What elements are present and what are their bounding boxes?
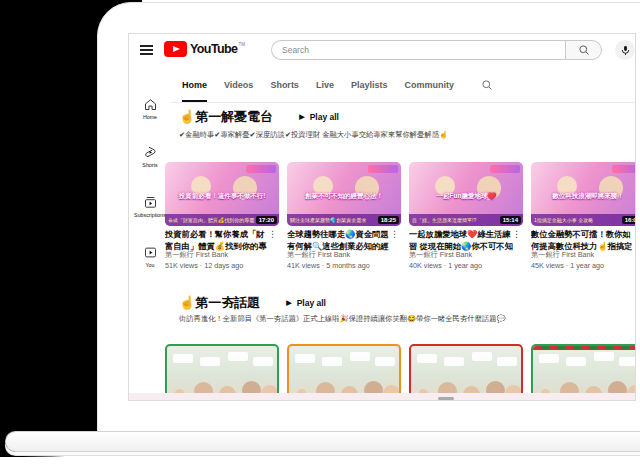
video-duration-badge: 17:20 [256,216,277,224]
scroll-handle[interactable] [438,397,454,400]
section-title[interactable]: ☝️第一解憂電台 [179,108,273,126]
video-thumbnail[interactable]: 投資前必看！這件事不做不行! 養成「財富自由」體質💰找到你的專屬 17:20 [165,162,279,226]
thumbnail-overlay-title: 創業不可不知的經營心法！ [289,192,399,201]
video-card[interactable]: 投資前必看！這件事不做不行! 養成「財富自由」體質💰找到你的專屬 17:20 投… [165,162,279,226]
speech-bubbles [173,354,193,363]
thumbnail-overlay-title: 一起Fun膽愛地球❤️ [411,192,521,201]
play-icon: ▶ [286,299,291,307]
channel-tabs: Home Videos Shorts Live Playlists Commun… [171,67,635,103]
search-button[interactable] [565,40,602,60]
tab-videos[interactable]: Videos [224,67,253,102]
video-card[interactable]: 數位科技浪潮即將來襲！ 1指搞定金融大小事 全攻略 16:01 數位金融勢不可擋… [531,162,636,226]
section-description: 街訪再進化！全新節目《第一夯話題》正式上線啦🎉保證持續讓你笑翻😂帶你一睹全民夯什… [179,313,591,325]
sidebar-item-home[interactable]: Home [129,97,171,120]
video-duration-badge: 15:14 [500,216,521,224]
tab-playlists[interactable]: Playlists [351,67,388,102]
browser-screen: YouTube TM Home [128,33,636,401]
video-title[interactable]: 投資前必看！幫你養成「財富自由」體質💰找到你的專屬... [165,229,269,252]
kebab-menu-icon[interactable]: ⋮ [512,229,521,239]
video-meta: 45K views · 1 year ago [531,261,604,270]
video-duration-badge: 16:01 [622,216,636,224]
video-channel[interactable]: 第一銀行 First Bank [409,250,472,260]
thumbnail-badge [612,165,636,173]
tab-live[interactable]: Live [316,67,334,102]
video-channel[interactable]: 第一銀行 First Bank [531,250,594,260]
video-duration-badge: 18:25 [378,216,399,224]
tab-home[interactable]: Home [182,67,207,102]
video-title[interactable]: 數位金融勢不可擋！教你如何提高數位科技力☝️指搞定金... [531,229,635,252]
video-card[interactable]: 一起Fun膽愛地球❤️ 自「綠」生活原來這麼簡單!? 15:14 一起放膽愛地球… [409,162,523,226]
youtube-logo-text: YouTube [190,42,237,56]
search-icon [578,44,590,56]
section-header: ☝️第一解憂電台 ▶ Play all [179,108,339,126]
video-thumbnail[interactable]: 一起Fun膽愛地球❤️ 自「綠」生活原來這麼簡單!? 15:14 [409,162,523,226]
trademark-label: TM [238,42,245,47]
kebab-menu-icon[interactable]: ⋮ [634,229,636,239]
youtube-header: YouTube TM [129,34,635,67]
section-header: ☝️第一夯話題 ▶ Play all [179,294,326,312]
hamburger-menu-icon[interactable] [140,45,153,55]
youtube-play-icon [164,41,187,57]
content-bottom-strip [129,393,635,400]
channel-search-icon[interactable] [481,79,493,91]
thumbnail-badge [490,165,520,173]
speech-bubbles [295,354,315,363]
video-card[interactable]: 創業不可不知的經營心法！ 關注全球產業趨勢🌏創業資金需求 18:25 全球趨勢往… [287,162,401,226]
search-input[interactable] [271,40,565,60]
play-icon: ▶ [299,113,304,121]
shorts-icon [143,145,158,160]
play-all-label: Play all [310,112,339,122]
kebab-menu-icon[interactable]: ⋮ [390,229,399,239]
video-meta: 40K views · 1 year ago [409,261,482,270]
thumbnail-overlay-subtitle: 1指搞定金融大小事 全攻略 [531,214,636,226]
search-bar [271,40,602,60]
thumbnail-overlay-title: 投資前必看！這件事不做不行! [167,192,277,201]
video-thumbnail[interactable]: 創業不可不知的經營心法！ 關注全球產業趨勢🌏創業資金需求 18:25 [287,162,401,226]
voice-search-button[interactable] [615,40,635,60]
youtube-logo[interactable]: YouTube TM [164,41,245,57]
tab-shorts[interactable]: Shorts [270,67,299,102]
section-title[interactable]: ☝️第一夯話題 [179,294,260,312]
play-all-button[interactable]: ▶ Play all [286,298,326,308]
laptop-base [5,431,640,452]
you-library-icon [143,245,158,260]
video-thumbnail[interactable]: 數位科技浪潮即將來襲！ 1指搞定金融大小事 全攻略 16:01 [531,162,636,226]
video-meta: 51K views · 12 days ago [165,261,243,270]
video-meta: 41K views · 5 months ago [287,261,370,270]
thumbnail-badge [246,165,276,173]
thumbnail-overlay-title: 數位科技浪潮即將來襲！ [533,192,636,201]
video-channel[interactable]: 第一銀行 First Bank [287,250,350,260]
home-icon [143,97,158,112]
play-all-label: Play all [297,298,326,308]
section-description: ✔金融時事✔專家解憂✔深度訪談✔投資理財 金融大小事交給專家來幫你解憂解惑☝️ [179,129,609,141]
video-title[interactable]: 全球趨勢往哪走🌏資金問題有何解🔍這些創業必知的經營... [287,229,391,252]
sidebar-item-label: Home [129,114,171,120]
kebab-menu-icon[interactable]: ⋮ [268,229,277,239]
tab-community[interactable]: Community [404,67,454,102]
thumbnail-badge [368,165,398,173]
microphone-icon [620,45,631,56]
video-channel[interactable]: 第一銀行 First Bank [165,250,228,260]
speech-bubbles [539,354,559,363]
subscriptions-icon [143,195,158,210]
video-title[interactable]: 一起放膽愛地球❤️綠生活練習 從現在開始🌏你不可不知的... [409,229,513,252]
play-all-button[interactable]: ▶ Play all [299,112,339,122]
speech-bubbles [417,354,437,363]
